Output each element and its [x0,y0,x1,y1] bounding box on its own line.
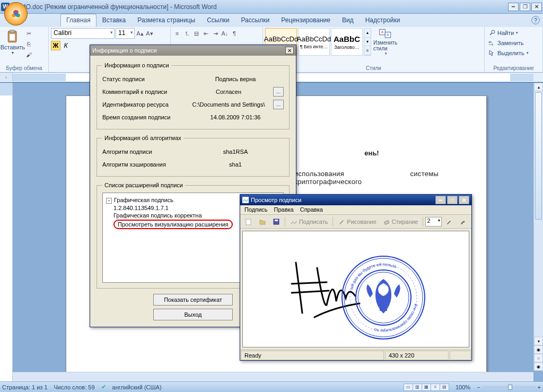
ruler-toggle[interactable]: ▫ [0,73,13,82]
styles-scroll: ▴ ▾ ≡ [364,28,371,56]
menu-edit[interactable]: Правка [274,206,294,213]
status-proof-icon[interactable]: ✔ [101,384,106,390]
paste-button[interactable]: Вставить ▾ [2,28,23,56]
value-sigalgo: sha1RSA [187,149,284,155]
cut-icon[interactable]: ✂ [24,29,33,38]
draw-button[interactable]: Рисование [335,216,379,227]
tree-collapse-icon[interactable]: − [106,198,112,204]
viewer-close[interactable]: ✕ [459,196,469,204]
restore-button[interactable]: ❐ [520,3,530,11]
shrink-font-icon[interactable]: A▾ [145,29,154,38]
tab-mailings[interactable]: Рассылки [235,14,275,27]
menu-signature[interactable]: Подпись [244,206,268,213]
view-web[interactable]: ▦ [422,384,431,391]
close-button[interactable]: ✕ [531,3,542,11]
stamp-seal: ый раз вы будете ей пользо йте свою ориг… [338,252,428,343]
horizontal-scrollbar[interactable] [13,372,533,381]
svg-rect-16 [246,219,251,225]
tab-references[interactable]: Ссылки [201,14,235,27]
show-certificate-button[interactable]: Показать сертификат [153,294,233,306]
status-words[interactable]: Число слов: 59 [54,384,95,390]
tab-layout[interactable]: Разметка страницы [132,14,201,27]
tab-insert[interactable]: Вставка [97,14,132,27]
zoom-percent[interactable]: 100% [456,384,470,390]
copy-icon[interactable]: ⎘ [24,40,33,48]
view-full-screen[interactable]: ▥ [413,384,422,391]
tab-review[interactable]: Рецензирование [275,14,336,27]
zoom-thumb[interactable] [508,385,512,390]
tree-root-label: Графическая подпись [114,197,173,203]
multilevel-icon[interactable]: ⊟ [192,29,200,38]
bold-button[interactable]: Ж [51,41,60,50]
svg-text:A: A [381,30,383,34]
viewer-minimize[interactable]: ━ [435,196,446,204]
zoom-track[interactable] [483,386,536,388]
style-heading1[interactable]: AaBbC Заголово… [331,28,363,56]
brush-icon[interactable] [457,216,469,227]
comment-more-button[interactable]: … [273,87,284,97]
sign-button[interactable]: Подписать [287,216,330,227]
find-button[interactable]: Найти▾ [487,28,519,38]
new-icon[interactable] [242,216,255,227]
find-label: Найти [497,30,514,36]
italic-button[interactable]: К [61,41,71,50]
format-painter-icon[interactable]: 🖌 [24,50,33,59]
bullets-icon[interactable]: ≡ [173,29,181,38]
style-preview: AaBbC [334,34,360,43]
label-sigalgo: Алгоритм подписи [102,149,187,155]
scroll-down[interactable]: ▾ [534,337,543,345]
exit-button[interactable]: Выход [153,309,233,320]
show-marks-icon[interactable]: ¶ [230,29,239,38]
scroll-up[interactable]: ▴ [534,83,543,91]
numbering-icon[interactable]: ⒈ [182,29,191,38]
value-status: Подпись верна [187,76,284,82]
signature-viewer-dialog: Просмотр подписи ━ □ ✕ Подпись Правка Сп… [240,194,472,361]
decrease-indent-icon[interactable]: ⇤ [202,29,210,38]
view-draft[interactable]: ▤ [440,384,449,391]
sort-icon[interactable]: A↓ [221,29,229,38]
styles-scroll-up[interactable]: ▴ [364,29,371,38]
help-button[interactable]: ? [531,16,540,24]
zoom-in[interactable]: + [538,384,541,390]
svg-point-4 [14,12,18,16]
status-language[interactable]: английский (США) [112,384,162,390]
replace-button[interactable]: ab Заменить [487,38,524,48]
tab-view[interactable]: Вид [336,14,360,27]
vertical-ruler[interactable] [0,83,13,381]
increase-indent-icon[interactable]: ⇥ [211,29,220,38]
scroll-thumb[interactable] [535,92,542,220]
styles-scroll-down[interactable]: ▾ [364,38,371,47]
font-size-combo[interactable]: 11 [116,28,135,39]
office-button[interactable] [4,2,28,25]
signature-canvas[interactable]: ый раз вы будете ей пользо йте свою ориг… [242,231,469,347]
resource-more-button[interactable]: … [273,100,284,109]
styles-expand[interactable]: ≡ [364,46,371,55]
style-preview: AaBbCcDd [297,35,331,43]
view-outline[interactable]: ≡ [431,384,440,391]
style-nospacing[interactable]: AaBbCcDd ¶ Без инте… [298,28,330,56]
menu-help[interactable]: Справка [300,206,323,213]
erase-button[interactable]: Стирание [380,216,421,227]
viewer-maximize[interactable]: □ [447,196,458,204]
prev-page-button[interactable]: ◉ [534,345,543,354]
minimize-button[interactable]: ━ [508,3,519,11]
stroke-width-combo[interactable]: 2 [425,217,442,227]
grow-font-icon[interactable]: A▴ [136,29,144,38]
status-page[interactable]: Страница: 1 из 1 [2,384,48,390]
font-family-combo[interactable]: Calibri [51,28,115,39]
dialog-close-button[interactable]: ✕ [285,47,294,54]
next-page-button[interactable]: ◉ [534,362,543,371]
browse-object-button[interactable]: ○ [534,354,543,362]
pen-icon[interactable] [443,216,456,227]
view-print-layout[interactable]: ▭ [404,384,413,391]
tab-addins[interactable]: Надстройки [360,14,406,27]
select-button[interactable]: Выделить▾ [487,48,530,58]
viewer-titlebar[interactable]: Просмотр подписи ━ □ ✕ [240,195,471,205]
tab-home[interactable]: Главная [60,14,97,27]
vertical-scrollbar: ▴ ▾ ◉ ○ ◉ [533,83,543,371]
save-icon[interactable] [270,216,283,227]
dialog-titlebar[interactable]: Информация о подписи ✕ [90,45,296,56]
zoom-out[interactable]: − [477,384,480,390]
change-styles-button[interactable]: AA Изменить стили ▾ [373,28,399,56]
open-icon[interactable] [256,216,269,227]
